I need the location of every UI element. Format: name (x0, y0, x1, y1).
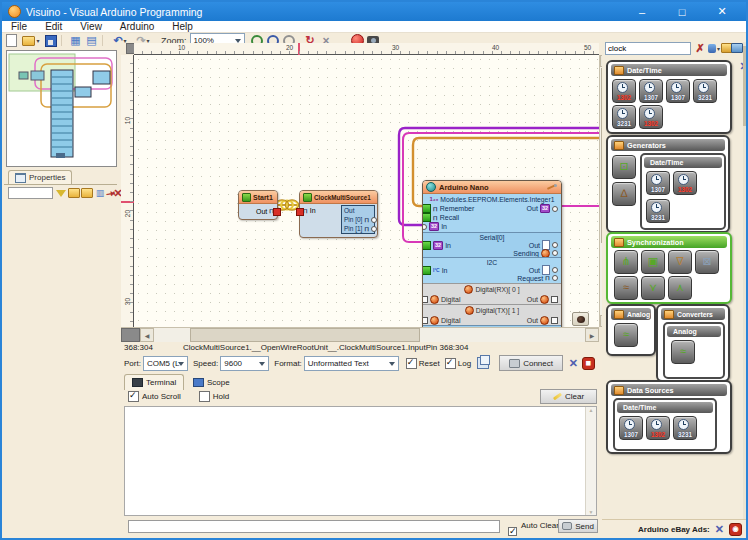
send-button[interactable]: Send (558, 519, 598, 533)
minimize-button[interactable]: – (622, 2, 662, 21)
component-clock-splitter[interactable]: ⋏ (668, 276, 692, 300)
hscroll-thumb[interactable] (190, 328, 420, 342)
log-checkbox[interactable] (445, 358, 456, 369)
stop-icon[interactable]: ◼ (582, 357, 595, 370)
new-project-icon[interactable] (5, 35, 18, 47)
terminal-scrollbar[interactable]: ▲▼ (585, 407, 596, 515)
save-project-icon[interactable] (44, 35, 57, 47)
subcategory-converters-analog[interactable]: Analog ≈ (663, 322, 725, 379)
speed-select[interactable]: 9600 (220, 356, 269, 371)
component-snapshot[interactable]: ⊠ (695, 250, 719, 274)
format-select[interactable]: Unformatted Text (304, 356, 399, 371)
category-generators[interactable]: Generators ⊡ ∆ Date/Time 1307 1302 3231 (606, 135, 730, 233)
tab-terminal[interactable]: Terminal (124, 374, 184, 390)
ads-settings-icon[interactable]: ✕ (715, 523, 724, 536)
clock-pin1-pin[interactable] (371, 226, 377, 232)
category-datetime[interactable]: Date/Time 1302 1307 1307 3231 3231 1302 (606, 60, 732, 134)
scroll-right-icon[interactable]: ▶ (585, 328, 599, 342)
component-arduino-nano[interactable]: Arduino Nano 1₂₃ Modules.EEPROM.Elements… (422, 180, 562, 327)
component-clock-merger[interactable]: ⋔ (614, 250, 638, 274)
category-converters-header[interactable]: Converters (661, 308, 725, 320)
expand-folder-icon[interactable] (68, 187, 80, 199)
category-analog-header[interactable]: Analog (611, 308, 651, 320)
category-datasources-header[interactable]: Data Sources (611, 384, 727, 396)
component-gen-1307[interactable]: 1307 (646, 171, 670, 195)
send-input[interactable] (128, 520, 500, 533)
canvas-horizontal-scrollbar[interactable]: ◀ ▶ (121, 327, 599, 342)
filter-icon[interactable] (55, 187, 67, 199)
component-rtc-1307[interactable]: 1307 (639, 79, 663, 103)
start1-out-pin[interactable] (273, 208, 281, 216)
reset-checkbox[interactable] (406, 358, 417, 369)
serial-out-pin[interactable] (552, 242, 558, 248)
component-ds-3231[interactable]: 3231 (673, 416, 697, 440)
subcategory-datetime-header[interactable]: Date/Time (617, 402, 713, 413)
start1-header[interactable]: Start1 (239, 191, 277, 204)
clear-button[interactable]: Clear (540, 389, 597, 404)
menu-help[interactable]: Help (163, 21, 202, 32)
hold-checkbox[interactable] (199, 391, 210, 402)
tab-scope[interactable]: Scope (186, 375, 237, 390)
category-datetime-header[interactable]: Date/Time (611, 64, 727, 76)
arduino-header[interactable]: Arduino Nano (423, 181, 561, 194)
clear-search-icon[interactable]: ✗ (694, 42, 706, 54)
component-rtc-1302b[interactable]: 1302 (639, 105, 663, 129)
arduino-settings-icon[interactable] (546, 183, 557, 191)
component-analog-converter[interactable]: ≈ (671, 340, 695, 364)
eeprom-out-pin[interactable] (552, 206, 558, 212)
design-canvas[interactable]: Start1 Out ⊓ ClockMultiSource1 ⊓ In Out (134, 55, 599, 327)
component-rtc-3231[interactable]: 3231 (693, 79, 717, 103)
request-pin[interactable] (552, 275, 558, 281)
palette-scrollbar[interactable] (743, 42, 748, 519)
digital-rx0-out-pin[interactable] (551, 296, 558, 303)
category-synchronization[interactable]: Synchronization ⋔ ▣ ∇ ⊠ ≈ ⋎ ⋏ (606, 232, 732, 304)
component-gen-3231[interactable]: 3231 (646, 199, 670, 223)
layout-table-icon[interactable]: ▤ (85, 35, 98, 47)
component-rtc-1307b[interactable]: 1307 (666, 79, 690, 103)
menu-arduino[interactable]: Arduino (111, 21, 163, 32)
remember-pin[interactable] (422, 204, 431, 213)
close-terminal-icon[interactable]: ✕ (569, 357, 578, 370)
component-analog[interactable]: ≈ (614, 323, 638, 347)
component-clockmultisource1[interactable]: ClockMultiSource1 ⊓ In Out Pin [0] ⊓ Pin… (299, 190, 378, 238)
subcategory-datetime-header[interactable]: Date/Time (644, 157, 722, 168)
canvas-navigator-button[interactable] (572, 312, 589, 326)
layout-grid-icon[interactable]: ▦ (69, 35, 82, 47)
component-metronome[interactable]: ≈ (614, 276, 638, 300)
autoscroll-checkbox[interactable] (128, 391, 139, 402)
open-category-folder-icon[interactable] (731, 42, 743, 54)
component-start1[interactable]: Start1 Out ⊓ (238, 190, 278, 220)
digital-tx1-out-pin[interactable] (551, 317, 558, 324)
scroll-left-icon[interactable]: ◀ (140, 328, 154, 342)
collapse-folder-icon[interactable] (81, 187, 93, 199)
component-rtc-1302[interactable]: 1302 (612, 79, 636, 103)
component-ds-1302[interactable]: 1302 (646, 416, 670, 440)
digital-rx0-in-pin[interactable] (422, 296, 428, 303)
category-analog[interactable]: Analog ≈ (606, 304, 656, 356)
component-delay[interactable]: ∇ (668, 250, 692, 274)
log-file-icon[interactable] (477, 357, 489, 369)
autoclear-checkbox[interactable] (508, 527, 517, 536)
component-random-clock[interactable]: ▣ (641, 250, 665, 274)
component-random-generator[interactable]: ⊡ (612, 155, 636, 179)
ads-close-icon[interactable]: ◉ (729, 523, 742, 536)
recall-pin[interactable] (422, 213, 431, 222)
tab-properties[interactable]: Properties (8, 170, 72, 184)
component-clock-generator[interactable]: ∆ (612, 182, 636, 206)
overview-minimap[interactable] (6, 50, 117, 167)
clock-in-pin[interactable] (296, 208, 304, 216)
category-synchronization-header[interactable]: Synchronization (611, 236, 727, 248)
component-repeat[interactable]: ⋎ (641, 276, 665, 300)
close-button[interactable]: ✕ (702, 2, 742, 21)
category-generators-header[interactable]: Generators (611, 139, 725, 151)
component-rtc-3231b[interactable]: 3231 (612, 105, 636, 129)
filter-user-icon[interactable]: ▾ (706, 42, 722, 54)
open-project-icon[interactable]: ▾ (21, 35, 41, 47)
eeprom-in-pin[interactable] (422, 224, 427, 230)
component-gen-1302[interactable]: 1302 (673, 171, 697, 195)
menu-file[interactable]: File (2, 21, 36, 32)
maximize-button[interactable]: □ (662, 2, 702, 21)
i2c-out-pin[interactable] (552, 267, 558, 273)
category-datasources[interactable]: Data Sources Date/Time 1307 1302 3231 (606, 380, 732, 454)
clock-pin0-pin[interactable] (371, 217, 377, 223)
